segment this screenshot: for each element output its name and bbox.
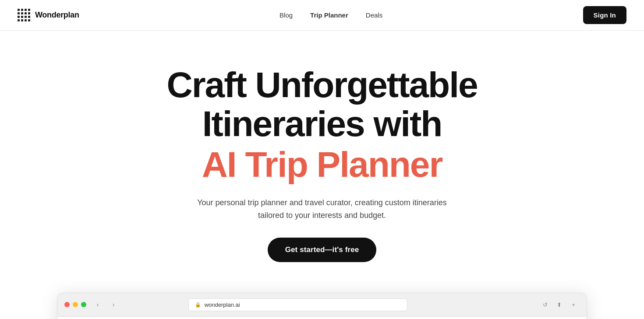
browser-window-controls (64, 302, 86, 307)
browser-url-actions: ↺ ⬆ + (539, 298, 580, 311)
nav-link-trip-planner[interactable]: Trip Planner (310, 11, 348, 19)
browser-toolbar (57, 317, 587, 319)
browser-share-button[interactable]: ⬆ (553, 298, 566, 311)
hero-title: Craft Unforgettable Itineraries with AI … (147, 66, 497, 184)
browser-reload-button[interactable]: ↺ (539, 298, 552, 311)
cta-button[interactable]: Get started—it's free (268, 238, 377, 262)
hero-section: Craft Unforgettable Itineraries with AI … (0, 31, 644, 280)
browser-nav-buttons: ‹ › (92, 298, 120, 311)
logo-grid-icon (18, 9, 31, 22)
browser-maximize-dot (81, 302, 86, 307)
browser-mockup-wrapper: ‹ › 🔒 wonderplan.ai ↺ ⬆ + (0, 280, 644, 319)
lock-icon: 🔒 (195, 302, 201, 308)
browser-add-tab-button[interactable]: + (567, 298, 580, 311)
logo-text: Wonderplan (35, 11, 79, 20)
browser-url-bar[interactable]: 🔒 wonderplan.ai (188, 298, 407, 311)
browser-minimize-dot (73, 302, 78, 307)
hero-subtitle: Your personal trip planner and travel cu… (191, 196, 453, 222)
hero-title-line1: Craft Unforgettable (166, 65, 477, 105)
hero-title-accent: AI Trip Planner (147, 145, 497, 184)
browser-mockup: ‹ › 🔒 wonderplan.ai ↺ ⬆ + (57, 293, 587, 319)
nav-link-deals[interactable]: Deals (366, 11, 382, 19)
logo[interactable]: Wonderplan (18, 9, 79, 22)
browser-titlebar: ‹ › 🔒 wonderplan.ai ↺ ⬆ + (57, 293, 587, 317)
browser-back-button[interactable]: ‹ (92, 298, 104, 311)
nav-link-blog[interactable]: Blog (280, 11, 293, 19)
browser-close-dot (64, 302, 70, 307)
hero-title-line2: Itineraries with (202, 104, 442, 144)
browser-url-text: wonderplan.ai (205, 301, 240, 308)
signin-button[interactable]: Sign In (583, 6, 626, 24)
browser-forward-button[interactable]: › (107, 298, 120, 311)
nav-links: Blog Trip Planner Deals (280, 11, 382, 19)
navbar: Wonderplan Blog Trip Planner Deals Sign … (0, 0, 644, 31)
